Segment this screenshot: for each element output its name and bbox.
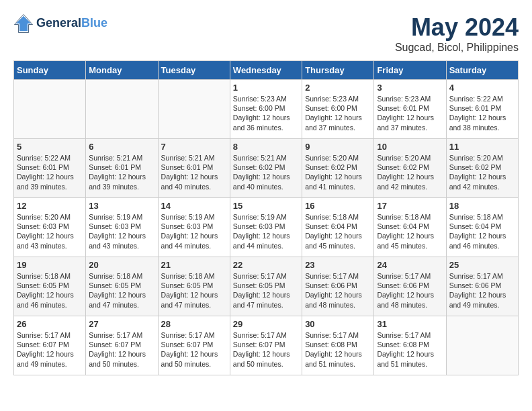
day-number: 12 — [17, 201, 83, 211]
calendar-cell — [446, 316, 518, 375]
calendar-cell: 23Sunrise: 5:17 AMSunset: 6:06 PMDayligh… — [302, 257, 374, 316]
calendar-cell: 7Sunrise: 5:21 AMSunset: 6:01 PMDaylight… — [158, 139, 230, 198]
calendar-cell: 16Sunrise: 5:18 AMSunset: 6:04 PMDayligh… — [302, 198, 374, 257]
cell-content: Sunrise: 5:20 AMSunset: 6:02 PMDaylight:… — [305, 153, 371, 191]
calendar-week-row: 19Sunrise: 5:18 AMSunset: 6:05 PMDayligh… — [14, 257, 519, 316]
day-number: 24 — [377, 260, 443, 270]
cell-content: Sunrise: 5:17 AMSunset: 6:06 PMDaylight:… — [305, 271, 371, 310]
day-number: 17 — [377, 201, 443, 211]
day-number: 11 — [449, 142, 515, 152]
cell-content: Sunrise: 5:18 AMSunset: 6:04 PMDaylight:… — [377, 212, 443, 250]
calendar-cell: 31Sunrise: 5:17 AMSunset: 6:08 PMDayligh… — [374, 316, 446, 375]
calendar-week-row: 12Sunrise: 5:20 AMSunset: 6:03 PMDayligh… — [14, 198, 519, 257]
cell-content: Sunrise: 5:17 AMSunset: 6:08 PMDaylight:… — [377, 330, 443, 369]
cell-content: Sunrise: 5:17 AMSunset: 6:06 PMDaylight:… — [449, 271, 515, 310]
cell-content: Sunrise: 5:17 AMSunset: 6:07 PMDaylight:… — [17, 330, 83, 369]
cell-content: Sunrise: 5:18 AMSunset: 6:04 PMDaylight:… — [305, 212, 371, 250]
day-number: 4 — [449, 83, 515, 93]
cell-content: Sunrise: 5:21 AMSunset: 6:02 PMDaylight:… — [233, 153, 299, 191]
day-number: 19 — [17, 260, 83, 270]
day-number: 10 — [377, 142, 443, 152]
day-of-week-header: Thursday — [302, 61, 374, 80]
day-of-week-header: Tuesday — [158, 61, 230, 80]
day-of-week-header: Monday — [86, 61, 158, 80]
calendar-cell: 17Sunrise: 5:18 AMSunset: 6:04 PMDayligh… — [374, 198, 446, 257]
cell-content: Sunrise: 5:18 AMSunset: 6:04 PMDaylight:… — [449, 212, 515, 250]
calendar-cell: 26Sunrise: 5:17 AMSunset: 6:07 PMDayligh… — [14, 316, 86, 375]
day-of-week-header: Friday — [374, 61, 446, 80]
cell-content: Sunrise: 5:20 AMSunset: 6:03 PMDaylight:… — [17, 212, 83, 250]
cell-content: Sunrise: 5:21 AMSunset: 6:01 PMDaylight:… — [161, 153, 227, 191]
calendar-cell: 9Sunrise: 5:20 AMSunset: 6:02 PMDaylight… — [302, 139, 374, 198]
calendar-cell: 13Sunrise: 5:19 AMSunset: 6:03 PMDayligh… — [86, 198, 158, 257]
calendar-cell: 14Sunrise: 5:19 AMSunset: 6:03 PMDayligh… — [158, 198, 230, 257]
calendar-cell: 24Sunrise: 5:17 AMSunset: 6:06 PMDayligh… — [374, 257, 446, 316]
day-number: 28 — [161, 319, 227, 329]
day-number: 27 — [89, 319, 154, 329]
day-number: 30 — [305, 319, 371, 329]
calendar-cell: 27Sunrise: 5:17 AMSunset: 6:07 PMDayligh… — [86, 316, 158, 375]
cell-content: Sunrise: 5:19 AMSunset: 6:03 PMDaylight:… — [161, 212, 227, 250]
cell-content: Sunrise: 5:17 AMSunset: 6:06 PMDaylight:… — [377, 271, 443, 310]
day-number: 20 — [89, 260, 154, 270]
title-block: May 2024 Sugcad, Bicol, Philippines — [395, 13, 519, 54]
calendar-cell: 5Sunrise: 5:22 AMSunset: 6:01 PMDaylight… — [14, 139, 86, 198]
day-of-week-header: Sunday — [14, 61, 86, 80]
cell-content: Sunrise: 5:17 AMSunset: 6:07 PMDaylight:… — [89, 330, 154, 369]
calendar-cell: 8Sunrise: 5:21 AMSunset: 6:02 PMDaylight… — [230, 139, 302, 198]
calendar-cell — [158, 80, 230, 139]
cell-content: Sunrise: 5:19 AMSunset: 6:03 PMDaylight:… — [233, 212, 299, 250]
calendar-cell: 21Sunrise: 5:18 AMSunset: 6:05 PMDayligh… — [158, 257, 230, 316]
calendar-cell: 18Sunrise: 5:18 AMSunset: 6:04 PMDayligh… — [446, 198, 518, 257]
calendar-cell: 22Sunrise: 5:17 AMSunset: 6:05 PMDayligh… — [230, 257, 302, 316]
cell-content: Sunrise: 5:22 AMSunset: 6:01 PMDaylight:… — [449, 94, 515, 132]
cell-content: Sunrise: 5:19 AMSunset: 6:03 PMDaylight:… — [89, 212, 154, 250]
calendar-cell: 29Sunrise: 5:17 AMSunset: 6:07 PMDayligh… — [230, 316, 302, 375]
cell-content: Sunrise: 5:23 AMSunset: 6:00 PMDaylight:… — [233, 94, 299, 132]
calendar-cell — [14, 80, 86, 139]
day-of-week-header: Saturday — [446, 61, 518, 80]
day-number: 15 — [233, 201, 299, 211]
calendar-cell: 12Sunrise: 5:20 AMSunset: 6:03 PMDayligh… — [14, 198, 86, 257]
calendar-cell: 25Sunrise: 5:17 AMSunset: 6:06 PMDayligh… — [446, 257, 518, 316]
day-number: 26 — [17, 319, 83, 329]
day-number: 2 — [305, 83, 371, 93]
cell-content: Sunrise: 5:20 AMSunset: 6:02 PMDaylight:… — [449, 153, 515, 191]
day-number: 6 — [89, 142, 154, 152]
location: Sugcad, Bicol, Philippines — [395, 42, 519, 54]
calendar-cell: 10Sunrise: 5:20 AMSunset: 6:02 PMDayligh… — [374, 139, 446, 198]
day-number: 21 — [161, 260, 227, 270]
day-number: 9 — [305, 142, 371, 152]
cell-content: Sunrise: 5:17 AMSunset: 6:08 PMDaylight:… — [305, 330, 371, 369]
day-of-week-header: Wednesday — [230, 61, 302, 80]
day-number: 7 — [161, 142, 227, 152]
day-number: 29 — [233, 319, 299, 329]
calendar-cell: 2Sunrise: 5:23 AMSunset: 6:00 PMDaylight… — [302, 80, 374, 139]
page-header: GeneralBlue May 2024 Sugcad, Bicol, Phil… — [13, 13, 519, 54]
day-number: 13 — [89, 201, 154, 211]
logo-icon — [13, 13, 34, 34]
calendar-cell: 30Sunrise: 5:17 AMSunset: 6:08 PMDayligh… — [302, 316, 374, 375]
day-number: 8 — [233, 142, 299, 152]
day-number: 23 — [305, 260, 371, 270]
calendar-body: 1Sunrise: 5:23 AMSunset: 6:00 PMDaylight… — [14, 80, 519, 375]
cell-content: Sunrise: 5:17 AMSunset: 6:05 PMDaylight:… — [233, 271, 299, 310]
cell-content: Sunrise: 5:21 AMSunset: 6:01 PMDaylight:… — [89, 153, 154, 191]
cell-content: Sunrise: 5:18 AMSunset: 6:05 PMDaylight:… — [17, 271, 83, 310]
day-number: 25 — [449, 260, 515, 270]
logo: GeneralBlue — [13, 13, 107, 34]
logo-text: GeneralBlue — [36, 17, 107, 30]
day-number: 3 — [377, 83, 443, 93]
calendar-week-row: 1Sunrise: 5:23 AMSunset: 6:00 PMDaylight… — [14, 80, 519, 139]
calendar-cell: 4Sunrise: 5:22 AMSunset: 6:01 PMDaylight… — [446, 80, 518, 139]
calendar-cell: 28Sunrise: 5:17 AMSunset: 6:07 PMDayligh… — [158, 316, 230, 375]
day-number: 18 — [449, 201, 515, 211]
calendar-cell: 19Sunrise: 5:18 AMSunset: 6:05 PMDayligh… — [14, 257, 86, 316]
month-title: May 2024 — [395, 13, 519, 42]
cell-content: Sunrise: 5:17 AMSunset: 6:07 PMDaylight:… — [161, 330, 227, 369]
cell-content: Sunrise: 5:18 AMSunset: 6:05 PMDaylight:… — [89, 271, 154, 310]
cell-content: Sunrise: 5:23 AMSunset: 6:01 PMDaylight:… — [377, 94, 443, 132]
day-number: 31 — [377, 319, 443, 329]
cell-content: Sunrise: 5:23 AMSunset: 6:00 PMDaylight:… — [305, 94, 371, 132]
calendar-cell: 3Sunrise: 5:23 AMSunset: 6:01 PMDaylight… — [374, 80, 446, 139]
